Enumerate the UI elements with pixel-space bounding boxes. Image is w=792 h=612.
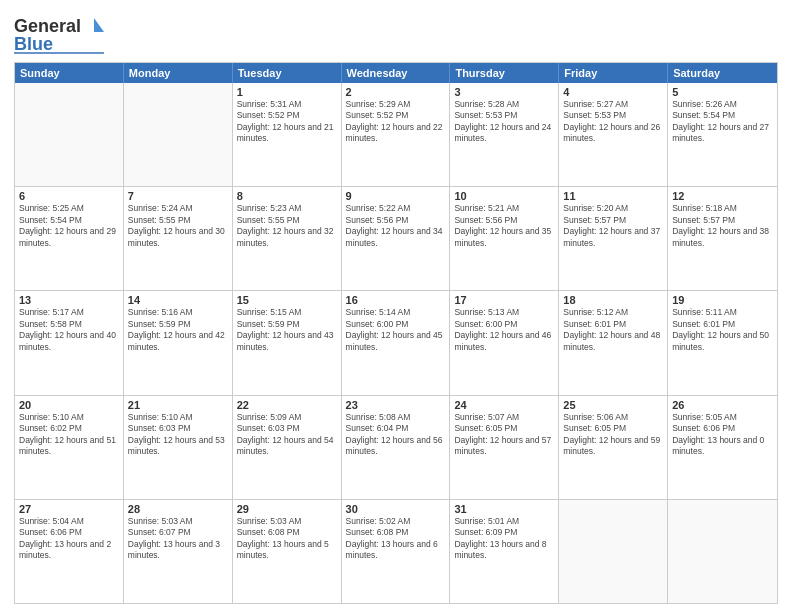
header: General Blue [14,10,778,56]
day-info: Sunrise: 5:20 AM Sunset: 5:57 PM Dayligh… [563,203,663,249]
day-number: 6 [19,190,119,202]
day-info: Sunrise: 5:18 AM Sunset: 5:57 PM Dayligh… [672,203,773,249]
day-number: 22 [237,399,337,411]
day-number: 18 [563,294,663,306]
day-number: 11 [563,190,663,202]
day-number: 31 [454,503,554,515]
calendar-week-1: 1Sunrise: 5:31 AM Sunset: 5:52 PM Daylig… [15,83,777,186]
calendar-day-29: 29Sunrise: 5:03 AM Sunset: 6:08 PM Dayli… [233,500,342,603]
day-info: Sunrise: 5:25 AM Sunset: 5:54 PM Dayligh… [19,203,119,249]
svg-text:General: General [14,16,81,36]
calendar-day-9: 9Sunrise: 5:22 AM Sunset: 5:56 PM Daylig… [342,187,451,290]
day-info: Sunrise: 5:02 AM Sunset: 6:08 PM Dayligh… [346,516,446,562]
calendar-day-30: 30Sunrise: 5:02 AM Sunset: 6:08 PM Dayli… [342,500,451,603]
day-info: Sunrise: 5:05 AM Sunset: 6:06 PM Dayligh… [672,412,773,458]
day-info: Sunrise: 5:28 AM Sunset: 5:53 PM Dayligh… [454,99,554,145]
day-number: 8 [237,190,337,202]
calendar-day-6: 6Sunrise: 5:25 AM Sunset: 5:54 PM Daylig… [15,187,124,290]
calendar-day-26: 26Sunrise: 5:05 AM Sunset: 6:06 PM Dayli… [668,396,777,499]
day-number: 12 [672,190,773,202]
day-info: Sunrise: 5:23 AM Sunset: 5:55 PM Dayligh… [237,203,337,249]
calendar-day-3: 3Sunrise: 5:28 AM Sunset: 5:53 PM Daylig… [450,83,559,186]
calendar-day-12: 12Sunrise: 5:18 AM Sunset: 5:57 PM Dayli… [668,187,777,290]
calendar-day-10: 10Sunrise: 5:21 AM Sunset: 5:56 PM Dayli… [450,187,559,290]
calendar-day-25: 25Sunrise: 5:06 AM Sunset: 6:05 PM Dayli… [559,396,668,499]
calendar-header: SundayMondayTuesdayWednesdayThursdayFrid… [15,63,777,83]
calendar-day-17: 17Sunrise: 5:13 AM Sunset: 6:00 PM Dayli… [450,291,559,394]
header-day-saturday: Saturday [668,63,777,83]
calendar-day-5: 5Sunrise: 5:26 AM Sunset: 5:54 PM Daylig… [668,83,777,186]
header-day-wednesday: Wednesday [342,63,451,83]
day-info: Sunrise: 5:03 AM Sunset: 6:08 PM Dayligh… [237,516,337,562]
day-number: 20 [19,399,119,411]
day-info: Sunrise: 5:12 AM Sunset: 6:01 PM Dayligh… [563,307,663,353]
calendar-day-11: 11Sunrise: 5:20 AM Sunset: 5:57 PM Dayli… [559,187,668,290]
header-day-thursday: Thursday [450,63,559,83]
day-info: Sunrise: 5:06 AM Sunset: 6:05 PM Dayligh… [563,412,663,458]
calendar-day-28: 28Sunrise: 5:03 AM Sunset: 6:07 PM Dayli… [124,500,233,603]
header-day-tuesday: Tuesday [233,63,342,83]
day-number: 29 [237,503,337,515]
calendar-week-3: 13Sunrise: 5:17 AM Sunset: 5:58 PM Dayli… [15,290,777,394]
calendar-day-24: 24Sunrise: 5:07 AM Sunset: 6:05 PM Dayli… [450,396,559,499]
day-number: 4 [563,86,663,98]
calendar-day-14: 14Sunrise: 5:16 AM Sunset: 5:59 PM Dayli… [124,291,233,394]
calendar-day-27: 27Sunrise: 5:04 AM Sunset: 6:06 PM Dayli… [15,500,124,603]
header-day-sunday: Sunday [15,63,124,83]
day-number: 16 [346,294,446,306]
day-info: Sunrise: 5:15 AM Sunset: 5:59 PM Dayligh… [237,307,337,353]
day-number: 30 [346,503,446,515]
calendar-day-4: 4Sunrise: 5:27 AM Sunset: 5:53 PM Daylig… [559,83,668,186]
day-info: Sunrise: 5:31 AM Sunset: 5:52 PM Dayligh… [237,99,337,145]
day-info: Sunrise: 5:24 AM Sunset: 5:55 PM Dayligh… [128,203,228,249]
calendar-day-15: 15Sunrise: 5:15 AM Sunset: 5:59 PM Dayli… [233,291,342,394]
day-number: 13 [19,294,119,306]
day-info: Sunrise: 5:10 AM Sunset: 6:02 PM Dayligh… [19,412,119,458]
day-info: Sunrise: 5:09 AM Sunset: 6:03 PM Dayligh… [237,412,337,458]
calendar-week-2: 6Sunrise: 5:25 AM Sunset: 5:54 PM Daylig… [15,186,777,290]
day-info: Sunrise: 5:26 AM Sunset: 5:54 PM Dayligh… [672,99,773,145]
day-info: Sunrise: 5:14 AM Sunset: 6:00 PM Dayligh… [346,307,446,353]
day-info: Sunrise: 5:27 AM Sunset: 5:53 PM Dayligh… [563,99,663,145]
day-number: 23 [346,399,446,411]
calendar-day-16: 16Sunrise: 5:14 AM Sunset: 6:00 PM Dayli… [342,291,451,394]
day-info: Sunrise: 5:29 AM Sunset: 5:52 PM Dayligh… [346,99,446,145]
calendar-body: 1Sunrise: 5:31 AM Sunset: 5:52 PM Daylig… [15,83,777,603]
day-number: 26 [672,399,773,411]
page: General Blue SundayMondayTuesdayWednesda… [0,0,792,612]
day-number: 25 [563,399,663,411]
calendar-day-1: 1Sunrise: 5:31 AM Sunset: 5:52 PM Daylig… [233,83,342,186]
day-number: 17 [454,294,554,306]
day-info: Sunrise: 5:03 AM Sunset: 6:07 PM Dayligh… [128,516,228,562]
day-info: Sunrise: 5:13 AM Sunset: 6:00 PM Dayligh… [454,307,554,353]
day-number: 2 [346,86,446,98]
calendar-week-4: 20Sunrise: 5:10 AM Sunset: 6:02 PM Dayli… [15,395,777,499]
day-number: 1 [237,86,337,98]
calendar-day-empty [15,83,124,186]
day-info: Sunrise: 5:22 AM Sunset: 5:56 PM Dayligh… [346,203,446,249]
day-info: Sunrise: 5:01 AM Sunset: 6:09 PM Dayligh… [454,516,554,562]
calendar-day-31: 31Sunrise: 5:01 AM Sunset: 6:09 PM Dayli… [450,500,559,603]
day-number: 28 [128,503,228,515]
day-info: Sunrise: 5:11 AM Sunset: 6:01 PM Dayligh… [672,307,773,353]
calendar-day-19: 19Sunrise: 5:11 AM Sunset: 6:01 PM Dayli… [668,291,777,394]
calendar-day-empty [124,83,233,186]
logo-svg: General Blue [14,10,104,56]
svg-marker-1 [94,18,104,32]
day-number: 24 [454,399,554,411]
day-number: 5 [672,86,773,98]
calendar-day-23: 23Sunrise: 5:08 AM Sunset: 6:04 PM Dayli… [342,396,451,499]
day-info: Sunrise: 5:16 AM Sunset: 5:59 PM Dayligh… [128,307,228,353]
day-info: Sunrise: 5:21 AM Sunset: 5:56 PM Dayligh… [454,203,554,249]
calendar-day-20: 20Sunrise: 5:10 AM Sunset: 6:02 PM Dayli… [15,396,124,499]
calendar: SundayMondayTuesdayWednesdayThursdayFrid… [14,62,778,604]
day-number: 9 [346,190,446,202]
calendar-day-empty [668,500,777,603]
day-number: 14 [128,294,228,306]
day-info: Sunrise: 5:08 AM Sunset: 6:04 PM Dayligh… [346,412,446,458]
header-day-monday: Monday [124,63,233,83]
calendar-week-5: 27Sunrise: 5:04 AM Sunset: 6:06 PM Dayli… [15,499,777,603]
day-number: 3 [454,86,554,98]
day-info: Sunrise: 5:07 AM Sunset: 6:05 PM Dayligh… [454,412,554,458]
calendar-day-22: 22Sunrise: 5:09 AM Sunset: 6:03 PM Dayli… [233,396,342,499]
